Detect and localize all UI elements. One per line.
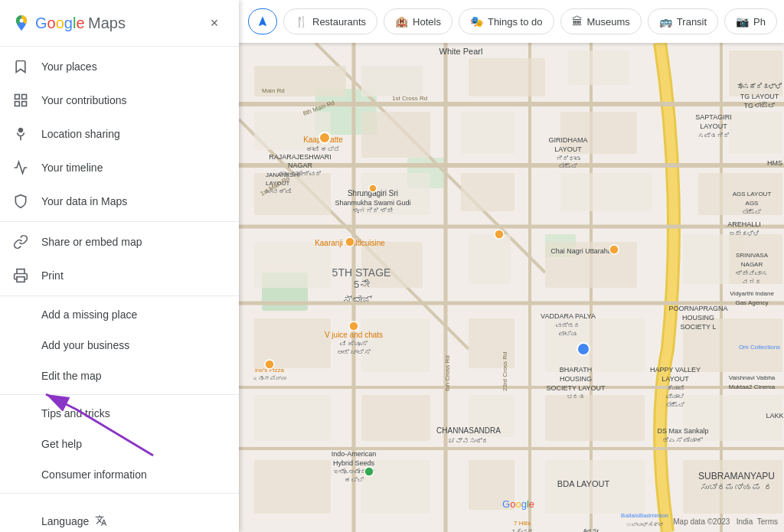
- svg-text:ಗಿರಿಧಾಮ: ಗಿರಿಧಾಮ: [556, 155, 581, 162]
- svg-text:ಬಲ್ಲಾಳ್ ಡಿಕ್ಟ್: ಬಲ್ಲಾಳ್ ಡಿಕ್ಟ್: [626, 521, 664, 527]
- svg-text:ಕಲ್ಲ್: ಕಲ್ಲ್: [345, 477, 364, 484]
- print-icon: [12, 268, 29, 283]
- svg-point-140: [345, 237, 354, 246]
- svg-text:AGS: AGS: [746, 200, 759, 207]
- sidebar-item-location-sharing[interactable]: Location sharing: [0, 117, 239, 151]
- chip-label: Things to do: [488, 16, 543, 28]
- svg-text:POORNAPRAGNA: POORNAPRAGNA: [668, 305, 727, 312]
- svg-text:ಶೃಂಗಗಿರಿ ಶ್ರೀ: ಶೃಂಗಗಿರಿ ಶ್ರೀ: [353, 207, 393, 214]
- svg-text:ಶ್ರೀನಿವಾಸ: ಶ್ರೀನಿವಾಸ: [736, 270, 768, 277]
- svg-text:Main Rd: Main Rd: [262, 87, 285, 94]
- svg-rect-31: [461, 112, 514, 154]
- svg-text:HOUSING: HOUSING: [682, 314, 714, 321]
- sidebar-item-label: Print: [41, 269, 64, 282]
- svg-rect-45: [254, 318, 331, 368]
- svg-text:ಭರತ: ಭರತ: [567, 393, 585, 400]
- sidebar-item-label: Share or embed map: [41, 236, 142, 248]
- sidebar-item-contributions[interactable]: Your contributions: [0, 83, 239, 117]
- sidebar-item-share-embed[interactable]: Share or embed map: [0, 225, 239, 259]
- svg-text:Indo-American: Indo-American: [332, 450, 377, 458]
- svg-text:ಹೊಸಕೆರಿಹಳ್ಳಿ: ಹೊಸಕೆರಿಹಳ್ಳಿ: [737, 83, 782, 90]
- bookmark-icon: [12, 59, 29, 74]
- svg-text:Om Collections: Om Collections: [739, 344, 780, 351]
- svg-text:5TH STAGE: 5TH STAGE: [332, 266, 391, 279]
- topbar-chip-transit[interactable]: 🚌 Transit: [648, 8, 718, 34]
- svg-text:Gas Agency: Gas Agency: [735, 299, 768, 306]
- svg-point-142: [495, 230, 504, 239]
- svg-text:SOCIETY LAYOUT: SOCIETY LAYOUT: [546, 384, 606, 392]
- topbar-chip-museums[interactable]: 🏛 Museums: [560, 8, 642, 34]
- svg-text:TG ಲೇಔಟ್: TG ಲೇಔಟ್: [744, 102, 776, 109]
- menu-section-edit: Add a missing place Add your business Ed…: [0, 299, 239, 391]
- svg-rect-2: [22, 95, 27, 100]
- svg-rect-36: [461, 173, 514, 211]
- chip-label: Museums: [587, 16, 630, 28]
- svg-rect-29: [254, 112, 331, 150]
- sidebar-item-your-places[interactable]: Your places: [0, 50, 239, 83]
- svg-text:ಆಂಡ್ ಚಾಟ್ಸ್: ಆಂಡ್ ಚಾಟ್ಸ್: [337, 349, 371, 356]
- svg-rect-37: [560, 173, 652, 211]
- topbar-chip-restaurants[interactable]: 🍴 Restaurants: [283, 8, 377, 34]
- svg-text:BDA LAYOUT: BDA LAYOUT: [557, 479, 610, 488]
- edit-icon: [12, 93, 29, 108]
- svg-text:NAGAR: NAGAR: [741, 261, 763, 268]
- sidebar-item-tips-tricks[interactable]: Tips and tricks: [0, 398, 239, 429]
- svg-text:5ನೇ: 5ನೇ: [354, 279, 370, 290]
- topbar-chip-things-to-do[interactable]: 🎭 Things to do: [459, 8, 554, 34]
- sidebar-item-edit-map[interactable]: Edit the map: [0, 361, 239, 391]
- menu-section-help: Tips and tricks Get help Consumer inform…: [0, 398, 239, 490]
- map-area[interactable]: 🍴 Restaurants 🏨 Hotels 🎭 Things to do 🏛 …: [239, 0, 784, 532]
- menu-section-share: Share or embed map Print: [0, 225, 239, 292]
- map-topbar: 🍴 Restaurants 🏨 Hotels 🎭 Things to do 🏛 …: [239, 0, 784, 43]
- svg-text:Shanmukha Swami Gudi: Shanmukha Swami Gudi: [335, 199, 410, 207]
- svg-text:7 Hills: 7 Hills: [514, 520, 531, 527]
- svg-text:ಸ್ಟೇಜ್: ಸ್ಟೇಜ್: [343, 295, 372, 305]
- topbar-nav-chip[interactable]: [248, 8, 277, 34]
- sidebar-item-timeline[interactable]: Your timeline: [0, 151, 239, 184]
- svg-text:1st Cross Rd: 1st Cross Rd: [392, 95, 427, 102]
- timeline-icon: [12, 160, 29, 175]
- close-button[interactable]: ×: [202, 11, 227, 35]
- divider-2: [0, 295, 239, 296]
- svg-text:23rd Cross Rd: 23rd Cross Rd: [501, 351, 508, 391]
- svg-text:ಚನ್ನಸಂದ್ರ: ಚನ್ನಸಂದ್ರ: [449, 437, 488, 445]
- sidebar-item-your-data[interactable]: Your data in Maps: [0, 184, 239, 218]
- sidebar-item-add-business[interactable]: Add your business: [0, 330, 239, 361]
- sidebar: Google Maps × Your places Your contribut…: [0, 0, 239, 532]
- svg-text:ಲೇಔಟ್: ಲೇಔಟ್: [743, 208, 761, 216]
- svg-text:ಲೇಔಟ್: ಲೇಔಟ್: [666, 401, 684, 409]
- sidebar-item-print[interactable]: Print: [0, 259, 239, 292]
- svg-text:SOCIETY L: SOCIETY L: [681, 323, 717, 331]
- divider-4: [0, 493, 239, 494]
- sidebar-item-label: Your places: [41, 60, 97, 73]
- sidebar-item-get-help[interactable]: Get help: [0, 429, 239, 459]
- svg-text:BHARATH: BHARATH: [560, 366, 592, 374]
- navigation-icon: [256, 15, 269, 28]
- map-svg: White Pearl Kaapi Katte ಕಾಪಿ ಕಟ್ಟೆ Shrun…: [239, 43, 784, 532]
- svg-rect-40: [361, 242, 423, 288]
- svg-text:VADDARA PALYA: VADDARA PALYA: [541, 312, 596, 320]
- svg-text:Vaishnavi Vaibha: Vaishnavi Vaibha: [729, 374, 776, 381]
- svg-point-144: [265, 360, 274, 369]
- topbar-chip-more[interactable]: 📷 Ph: [724, 8, 777, 34]
- sidebar-item-consumer-info[interactable]: Consumer information: [0, 459, 239, 490]
- sidebar-header: Google Maps ×: [0, 0, 239, 43]
- google-logo: Google: [502, 497, 534, 511]
- svg-point-145: [577, 343, 590, 355]
- svg-text:ಅರೇಹಳ್ಳಿ: ಅರೇಹಳ್ಳಿ: [729, 230, 760, 237]
- svg-text:ಪಾಲ್ಯ: ಪಾಲ್ಯ: [559, 331, 577, 338]
- map-canvas[interactable]: White Pearl Kaapi Katte ಕಾಪಿ ಕಟ್ಟೆ Shrun…: [239, 43, 784, 532]
- svg-rect-33: [729, 112, 782, 154]
- svg-text:RAJARAJESHWARI: RAJARAJESHWARI: [269, 153, 332, 161]
- svg-text:HMS: HMS: [767, 159, 782, 167]
- logo-text: Google Maps: [35, 15, 126, 32]
- svg-rect-5: [17, 277, 24, 282]
- svg-rect-26: [469, 58, 545, 96]
- sidebar-item-language[interactable]: Language: [0, 506, 239, 532]
- svg-rect-46: [361, 318, 430, 372]
- chip-label: Restaurants: [312, 16, 366, 28]
- svg-text:LAYOUT: LAYOUT: [554, 145, 582, 153]
- sidebar-item-add-missing-place[interactable]: Add a missing place: [0, 299, 239, 330]
- divider-1: [0, 221, 239, 222]
- topbar-chip-hotels[interactable]: 🏨 Hotels: [384, 8, 452, 34]
